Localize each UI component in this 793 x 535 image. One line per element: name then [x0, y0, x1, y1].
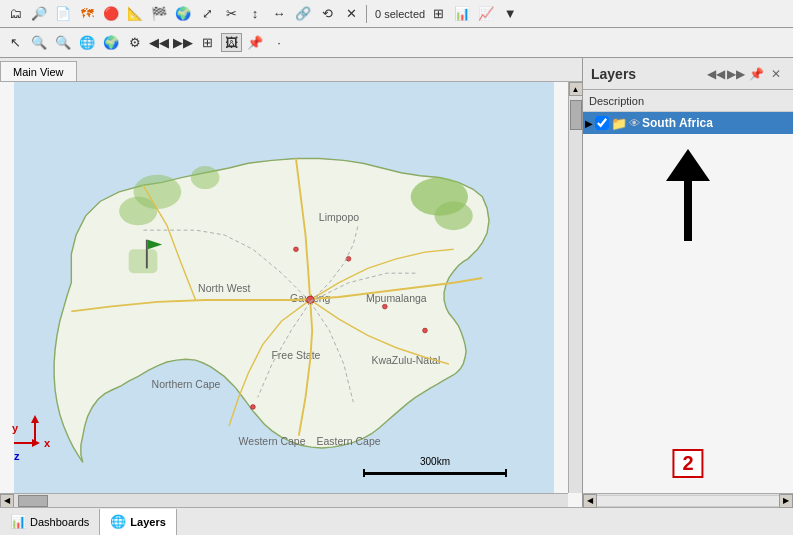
layers-header-icons: ◀◀ ▶▶ 📌 ✕	[707, 65, 785, 83]
map-scrollbar-right[interactable]: ▲	[568, 82, 582, 493]
nav-prev[interactable]: ◀◀	[148, 32, 170, 54]
map-view[interactable]: Northern Cape Free State Gauteng Mpumala…	[0, 82, 582, 507]
toolbar-icon-12[interactable]: ↔	[268, 3, 290, 25]
nav-zoom-out[interactable]: 🔍	[52, 32, 74, 54]
arrow-head	[666, 149, 710, 181]
svg-text:North West: North West	[198, 282, 250, 294]
toolbar-icon-1[interactable]: 🗂	[4, 3, 26, 25]
separator-1	[366, 5, 367, 23]
svg-point-19	[382, 304, 387, 309]
z-axis-label: z	[14, 450, 50, 462]
layer-name: South Africa	[642, 116, 791, 130]
layers-tab-label: Layers	[130, 516, 165, 528]
toolbar-icon-9[interactable]: ⤢	[196, 3, 218, 25]
nav-bookmark[interactable]: 📌	[244, 32, 266, 54]
toolbar-icon-2[interactable]: 🔎	[28, 3, 50, 25]
svg-text:Eastern Cape: Eastern Cape	[316, 435, 380, 447]
svg-text:Free State: Free State	[271, 349, 320, 361]
arrow-body	[684, 181, 692, 241]
svg-rect-23	[146, 240, 148, 269]
toolbar-icon-7[interactable]: 🏁	[148, 3, 170, 25]
second-toolbar: ↖ 🔍 🔍 🌐 🌍 ⚙ ◀◀ ▶▶ ⊞ 🖼 📌 ·	[0, 28, 793, 58]
axes-container: y x z	[12, 413, 50, 462]
svg-text:KwaZulu-Natal: KwaZulu-Natal	[371, 354, 440, 366]
toolbar-icon-18[interactable]: 📈	[475, 3, 497, 25]
layer-expand-icon[interactable]: ▶	[585, 118, 593, 129]
nav-next[interactable]: ▶▶	[172, 32, 194, 54]
svg-text:Limpopo: Limpopo	[319, 211, 359, 223]
description-label: Description	[589, 95, 644, 107]
nav-arrow-tool[interactable]: ↖	[4, 32, 26, 54]
layers-scrollbar-h[interactable]: ◀ ▶	[583, 493, 793, 507]
scroll-thumb-v[interactable]	[570, 100, 582, 130]
nav-dot[interactable]: ·	[268, 32, 290, 54]
x-axis-label: x	[44, 437, 50, 449]
layers-pin-btn[interactable]: 📌	[747, 65, 765, 83]
toolbar-icon-4[interactable]: 🗺	[76, 3, 98, 25]
toolbar-icon-6[interactable]: 📐	[124, 3, 146, 25]
svg-point-22	[251, 405, 256, 410]
scroll-left-arrow[interactable]: ◀	[0, 494, 14, 508]
layer-visibility-icon[interactable]: 👁	[629, 117, 640, 129]
nav-zoom-in[interactable]: 🔍	[28, 32, 50, 54]
tab-dashboards[interactable]: 📊 Dashboards	[0, 509, 100, 535]
toolbar-icon-10[interactable]: ✂	[220, 3, 242, 25]
layer-folder-icon: 📁	[611, 116, 627, 131]
svg-point-21	[423, 328, 428, 333]
toolbar-icon-13[interactable]: 🔗	[292, 3, 314, 25]
toolbar-icon-8[interactable]: 🌍	[172, 3, 194, 25]
scroll-thumb-h[interactable]	[18, 495, 48, 507]
svg-text:Western Cape: Western Cape	[239, 435, 306, 447]
nav-grid[interactable]: ⊞	[196, 32, 218, 54]
toolbar-icon-5[interactable]: 🔴	[100, 3, 122, 25]
toolbar-icon-3[interactable]: 📄	[52, 3, 74, 25]
svg-text:Mpumalanga: Mpumalanga	[366, 292, 427, 304]
scale-bar-graphic	[363, 469, 507, 477]
layers-desc-bar: Description	[583, 90, 793, 112]
layers-scroll-left[interactable]: ◀	[583, 494, 597, 508]
bottom-tab-bar: 📊 Dashboards 🌐 Layers	[0, 507, 793, 535]
layer-checkbox[interactable]	[595, 116, 609, 130]
toolbar-icon-11[interactable]: ↕	[244, 3, 266, 25]
layers-scroll-right[interactable]: ▶	[779, 494, 793, 508]
layers-close-btn[interactable]: ✕	[767, 65, 785, 83]
svg-marker-26	[31, 415, 39, 423]
toolbar-icon-15[interactable]: ✕	[340, 3, 362, 25]
nav-globe-2[interactable]: 🌍	[100, 32, 122, 54]
toolbar-icon-16[interactable]: ⊞	[427, 3, 449, 25]
layer-row-south-africa[interactable]: ▶ 📁 👁 South Africa	[583, 112, 793, 134]
toolbar-icon-14[interactable]: ⟲	[316, 3, 338, 25]
svg-point-4	[191, 166, 220, 189]
map-tab-bar: Main View	[0, 58, 582, 82]
top-toolbar: 🗂 🔎 📄 🗺 🔴 📐 🏁 🌍 ⤢ ✂ ↕ ↔ 🔗 ⟲ ✕ 0 selected…	[0, 0, 793, 28]
scale-label: 300km	[363, 456, 507, 467]
svg-text:Northern Cape: Northern Cape	[152, 378, 221, 390]
y-axis-label: y	[12, 422, 18, 434]
svg-marker-28	[32, 439, 40, 447]
toolbar-icon-17[interactable]: 📊	[451, 3, 473, 25]
selected-label: 0 selected	[375, 8, 425, 20]
toolbar-icon-19[interactable]: ▼	[499, 3, 521, 25]
x-axis-arrow	[12, 435, 42, 450]
layers-tab-icon: 🌐	[110, 514, 126, 529]
main-area: Main View	[0, 58, 793, 507]
annotation-number: 2	[672, 449, 703, 478]
scroll-up-arrow[interactable]: ▲	[569, 82, 583, 96]
dashboards-icon: 📊	[10, 514, 26, 529]
map-scrollbar-bottom[interactable]: ◀	[0, 493, 568, 507]
layers-header: Layers ◀◀ ▶▶ 📌 ✕	[583, 58, 793, 90]
nav-settings[interactable]: ⚙	[124, 32, 146, 54]
layers-panel: Layers ◀◀ ▶▶ 📌 ✕ Description ▶ 📁 👁 South…	[583, 58, 793, 507]
svg-point-18	[294, 247, 299, 252]
svg-point-3	[435, 201, 473, 230]
main-view-tab[interactable]: Main View	[0, 61, 77, 81]
layers-scroll-track[interactable]	[597, 495, 779, 507]
nav-image[interactable]: 🖼	[220, 32, 242, 54]
layers-forward-btn[interactable]: ▶▶	[727, 65, 745, 83]
tab-layers[interactable]: 🌐 Layers	[100, 509, 176, 535]
svg-rect-7	[129, 249, 158, 273]
nav-globe[interactable]: 🌐	[76, 32, 98, 54]
layers-annotation-area: 2	[583, 134, 793, 493]
annotation-arrow	[666, 149, 710, 241]
layers-back-btn[interactable]: ◀◀	[707, 65, 725, 83]
